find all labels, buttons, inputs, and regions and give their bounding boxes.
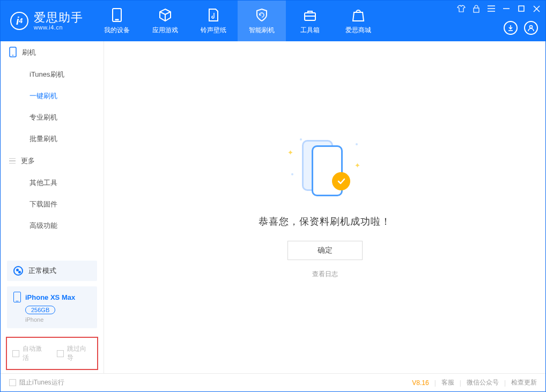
top-nav: 我的设备 应用游戏 铃声壁纸 智能刷机 工具箱 爱思商城: [93, 1, 382, 41]
nav-label: 爱思商城: [345, 26, 371, 35]
download-icon[interactable]: [504, 21, 518, 35]
nav-label: 工具箱: [300, 26, 320, 35]
wechat-link[interactable]: 微信公众号: [467, 378, 499, 387]
logo-icon: i4: [10, 12, 28, 30]
svg-rect-1: [115, 19, 119, 20]
maximize-icon[interactable]: [517, 4, 526, 13]
mode-label: 正常模式: [28, 266, 56, 276]
device-name: iPhone XS Max: [25, 293, 75, 301]
checkbox-label: 自动激活: [23, 344, 47, 363]
sidebar: 刷机 iTunes刷机 一键刷机 专业刷机 批量刷机 更多 其他工具 下载固件 …: [1, 41, 104, 373]
checkbox-icon: [57, 350, 64, 357]
check-update-link[interactable]: 检查更新: [511, 378, 537, 387]
nav-label: 应用游戏: [152, 26, 178, 35]
sidebar-item-download-firmware[interactable]: 下载固件: [1, 194, 104, 215]
sparkle-icon: ✦: [355, 161, 360, 169]
success-message: 恭喜您，保资料刷机成功啦！: [259, 215, 391, 228]
sidebar-item-batch-flash[interactable]: 批量刷机: [1, 128, 104, 150]
checkbox-label: 跳过向导: [67, 344, 92, 363]
phone-icon: [9, 47, 17, 59]
device-icon: [109, 8, 124, 23]
menu-icon[interactable]: [486, 4, 496, 13]
sidebar-section-more: 更多: [1, 150, 104, 172]
close-icon[interactable]: [532, 4, 541, 13]
device-type: iPhone: [25, 316, 91, 323]
body: 刷机 iTunes刷机 一键刷机 专业刷机 批量刷机 更多 其他工具 下载固件 …: [1, 41, 545, 373]
sparkle-icon: ✦: [287, 149, 293, 157]
nav-apps-games[interactable]: 应用游戏: [141, 1, 189, 41]
checkbox-label: 阻止iTunes运行: [19, 378, 64, 387]
device-panel[interactable]: iPhone XS Max 256GB iPhone: [7, 286, 97, 328]
nav-label: 我的设备: [104, 26, 130, 35]
titlebar-controls: [456, 4, 541, 13]
svg-rect-9: [519, 6, 524, 11]
checkbox-auto-activate[interactable]: 自动激活: [12, 344, 47, 363]
header: i4 爱思助手 www.i4.cn 我的设备 应用游戏 铃声壁纸 智能刷机: [1, 1, 545, 41]
ok-button[interactable]: 确定: [287, 241, 363, 260]
sidebar-item-advanced[interactable]: 高级功能: [1, 215, 104, 236]
music-file-icon: [206, 8, 221, 23]
toolbox-icon: [302, 8, 318, 23]
sidebar-item-pro-flash[interactable]: 专业刷机: [1, 107, 104, 128]
svg-point-13: [530, 26, 533, 28]
version-label: V8.16: [412, 379, 429, 387]
sidebar-item-other-tools[interactable]: 其他工具: [1, 172, 104, 194]
nav-label: 铃声壁纸: [201, 26, 226, 35]
list-icon: [9, 158, 16, 164]
app-window: i4 爱思助手 www.i4.cn 我的设备 应用游戏 铃声壁纸 智能刷机: [0, 0, 546, 392]
nav-ringtones[interactable]: 铃声壁纸: [189, 1, 238, 41]
logo-block: i4 爱思助手 www.i4.cn: [1, 1, 93, 41]
tshirt-icon[interactable]: [456, 4, 466, 13]
section-label: 更多: [21, 156, 35, 166]
check-badge-icon: [332, 172, 350, 190]
device-icon: [13, 292, 21, 302]
device-storage-badge: 256GB: [25, 306, 55, 314]
checkbox-icon: [12, 350, 19, 357]
sidebar-item-one-click-flash[interactable]: 一键刷机: [1, 85, 104, 107]
main-content: ✦ ✦ 恭喜您，保资料刷机成功啦！ 确定 查看日志: [104, 41, 545, 373]
minimize-icon[interactable]: [501, 4, 511, 13]
cube-icon: [158, 8, 173, 23]
checkbox-block-itunes[interactable]: 阻止iTunes运行: [9, 378, 64, 387]
mode-icon: [13, 266, 23, 276]
lock-icon[interactable]: [471, 4, 481, 13]
sidebar-item-itunes-flash[interactable]: iTunes刷机: [1, 64, 104, 85]
highlighted-checkbox-row: 自动激活 跳过向导: [6, 337, 98, 370]
header-right-icons: [504, 21, 538, 35]
svg-point-15: [12, 55, 13, 56]
app-title: 爱思助手: [34, 11, 83, 24]
support-link[interactable]: 客服: [441, 378, 454, 387]
svg-rect-4: [474, 8, 479, 12]
checkbox-skip-guide[interactable]: 跳过向导: [57, 344, 92, 363]
statusbar: 阻止iTunes运行 V8.16 | 客服 | 微信公众号 | 检查更新: [1, 373, 545, 391]
nav-my-device[interactable]: 我的设备: [93, 1, 141, 41]
app-subtitle: www.i4.cn: [34, 24, 83, 31]
nav-smart-flash[interactable]: 智能刷机: [238, 1, 286, 41]
shield-refresh-icon: [254, 8, 269, 23]
section-label: 刷机: [22, 48, 36, 57]
bag-icon: [351, 8, 366, 23]
sidebar-section-flash: 刷机: [1, 41, 104, 64]
nav-toolbox[interactable]: 工具箱: [286, 1, 334, 41]
view-log-link[interactable]: 查看日志: [312, 270, 338, 279]
success-illustration: ✦ ✦: [285, 136, 365, 200]
nav-label: 智能刷机: [249, 26, 275, 35]
checkbox-icon: [9, 379, 16, 386]
user-icon[interactable]: [524, 21, 538, 35]
nav-store[interactable]: 爱思商城: [334, 1, 382, 41]
mode-panel[interactable]: 正常模式: [7, 261, 97, 281]
